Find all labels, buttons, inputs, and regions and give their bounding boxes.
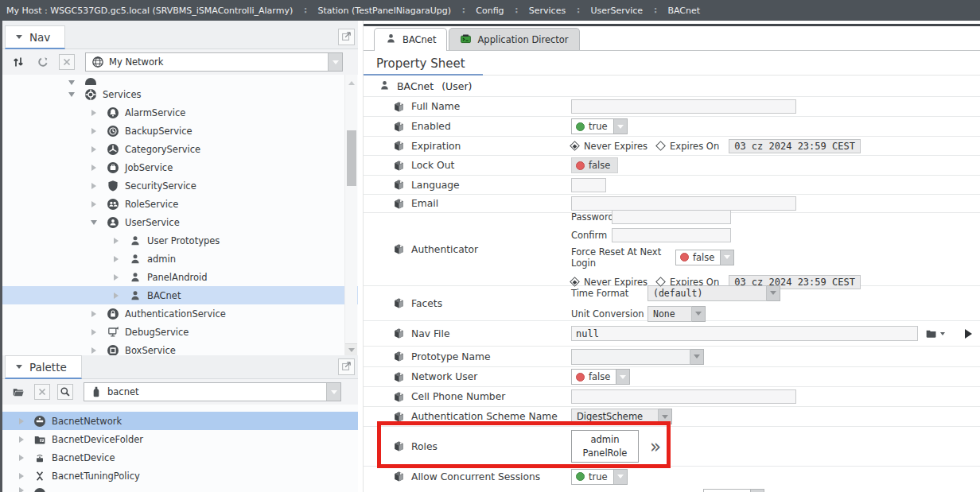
unit-conversion-dropdown[interactable]: None (648, 306, 706, 322)
breadcrumb-item[interactable]: Config (476, 6, 504, 16)
dropdown-arrow-icon[interactable] (328, 53, 342, 71)
palette-item-bacnetnetwork[interactable]: BacnetNetwork (2, 412, 358, 430)
expanded-arrow-icon[interactable] (90, 220, 98, 225)
collapsed-arrow-icon[interactable] (90, 201, 98, 207)
collapsed-arrow-icon[interactable] (90, 110, 98, 116)
palette-item-bacnetdevice[interactable]: BacnetDevice (2, 448, 358, 467)
full-name-input[interactable] (571, 99, 796, 114)
network-user-dropdown[interactable]: false (571, 369, 630, 385)
nav-item-boxservice[interactable]: BoxService (2, 341, 358, 355)
nav-scope-dropdown[interactable]: My Network (85, 52, 343, 72)
collapsed-arrow-icon[interactable] (112, 238, 120, 244)
collapsed-arrow-icon[interactable] (112, 274, 120, 281)
role-item[interactable]: PanelRole (583, 447, 628, 459)
palette-item-bacnettuningpolicy[interactable]: BacnetTuningPolicy (2, 467, 358, 485)
collapsed-arrow-icon[interactable] (112, 256, 120, 262)
expanded-arrow-icon[interactable] (68, 92, 76, 97)
dropdown-arrow-icon[interactable] (616, 369, 630, 385)
dropdown-arrow-icon[interactable] (614, 118, 628, 134)
collapsed-arrow-icon[interactable] (90, 329, 98, 335)
collapsed-arrow-icon[interactable] (90, 347, 98, 354)
expires-on-radio[interactable] (655, 141, 666, 151)
expanded-arrow-icon[interactable] (68, 80, 76, 85)
prototype-name-dropdown[interactable] (571, 349, 704, 365)
close-palette-icon[interactable] (34, 384, 50, 400)
nav-item-alarmservice[interactable]: AlarmService (2, 103, 358, 122)
nav-item-panelandroid[interactable]: PanelAndroid (2, 268, 358, 286)
time-format-dropdown[interactable]: (default) (648, 285, 780, 301)
palette-panel-tab[interactable]: Palette (5, 355, 82, 379)
search-icon[interactable] (57, 384, 73, 400)
browse-folder-icon[interactable] (925, 327, 937, 339)
nav-item-admin[interactable]: admin (2, 250, 358, 268)
refresh-icon[interactable] (34, 53, 52, 71)
nav-item-authenticationservice[interactable]: AuthenticationService (2, 304, 358, 323)
open-arrow-icon[interactable] (965, 329, 972, 339)
scrollbar-thumb[interactable] (347, 130, 356, 186)
scroll-up-icon[interactable] (348, 81, 355, 85)
palette-item-bacnetdevicefolder[interactable]: BacnetDeviceFolder (2, 430, 358, 448)
collapsed-arrow-icon[interactable] (18, 487, 25, 492)
nav-panel-tab[interactable]: Nav (5, 25, 65, 49)
nav-item-services[interactable]: Services (2, 85, 358, 103)
nav-item-jobservice[interactable]: JobService (2, 158, 358, 176)
chevron-down-icon[interactable] (940, 332, 945, 335)
tab-application-director[interactable]: Application Director (449, 28, 579, 50)
open-palette-icon[interactable] (10, 383, 27, 401)
collapsed-arrow-icon[interactable] (90, 128, 98, 134)
scroll-down-icon[interactable] (345, 343, 357, 355)
nav-item-categoryservice[interactable]: CategoryService (2, 140, 358, 158)
concurrent-sessions-dropdown[interactable]: true (571, 469, 628, 485)
nav-item-roleservice[interactable]: RoleService (2, 195, 358, 213)
dropdown-arrow-icon[interactable] (659, 409, 672, 424)
nav-item-backupservice[interactable]: BackupService (2, 122, 358, 140)
sort-icon[interactable] (10, 53, 27, 71)
confirm-input[interactable] (612, 228, 731, 242)
dropdown-arrow-icon[interactable] (767, 285, 780, 301)
nav-item-userservice[interactable]: UserService (2, 213, 358, 231)
clear-icon[interactable] (59, 54, 75, 70)
dropdown-arrow-icon[interactable] (690, 349, 704, 365)
expiration-date-field[interactable]: 03 cz 2024 23:59 CEST (729, 139, 861, 153)
collapsed-arrow-icon[interactable] (90, 183, 98, 189)
roles-list[interactable]: admin PanelRole (571, 430, 639, 463)
nav-item-debugservice[interactable]: DebugService (2, 323, 358, 341)
dropdown-arrow-icon[interactable] (751, 489, 764, 492)
collapsed-arrow-icon[interactable] (18, 473, 25, 479)
collapsed-arrow-icon[interactable] (18, 418, 25, 424)
breadcrumb-item[interactable]: Services (529, 6, 566, 16)
auth-scheme-dropdown[interactable]: DigestScheme (571, 409, 672, 424)
role-item[interactable]: admin (590, 434, 619, 445)
breadcrumb-item[interactable]: Station (TestPanelNiagaraUpg) (317, 6, 451, 16)
cell-phone-input[interactable] (571, 389, 796, 404)
nav-scrollbar[interactable] (344, 75, 357, 355)
partial-next-dropdown[interactable]: true (703, 489, 764, 492)
breadcrumb-item[interactable]: UserService (590, 6, 643, 16)
enabled-dropdown[interactable]: true (571, 118, 628, 134)
dropdown-arrow-icon[interactable] (721, 250, 734, 265)
dropdown-arrow-icon[interactable] (326, 383, 340, 401)
collapsed-arrow-icon[interactable] (18, 455, 25, 461)
dropdown-arrow-icon[interactable] (692, 306, 706, 322)
collapsed-arrow-icon[interactable] (112, 292, 120, 299)
collapsed-arrow-icon[interactable] (18, 436, 25, 443)
tab-bacnet[interactable]: BACnet (374, 28, 447, 51)
palette-expand-panel-button[interactable] (338, 358, 355, 375)
palette-module-dropdown[interactable]: bacnet (84, 382, 341, 401)
collapsed-arrow-icon[interactable] (90, 146, 98, 153)
language-input[interactable] (571, 178, 606, 192)
never-expires-radio[interactable] (570, 141, 580, 151)
double-chevron-icon[interactable]: » (650, 436, 661, 456)
nav-item-user-prototypes[interactable]: User Prototypes (2, 231, 358, 250)
collapsed-arrow-icon[interactable] (90, 165, 98, 171)
breadcrumb-item[interactable]: My Host : WSGC537GD.gc5.local (SRVBMS_iS… (6, 6, 293, 16)
nav-expand-panel-button[interactable] (338, 29, 355, 45)
password-input[interactable] (612, 210, 731, 224)
force-reset-dropdown[interactable]: false (675, 250, 734, 265)
breadcrumb-item[interactable]: BACnet (667, 6, 700, 16)
nav-item-bacnet[interactable]: BACnet (2, 286, 358, 304)
dropdown-arrow-icon[interactable] (614, 469, 628, 485)
email-input[interactable] (571, 196, 796, 211)
nav-item-partial[interactable] (2, 75, 358, 85)
nav-item-securityservice[interactable]: SecurityService (2, 176, 358, 195)
